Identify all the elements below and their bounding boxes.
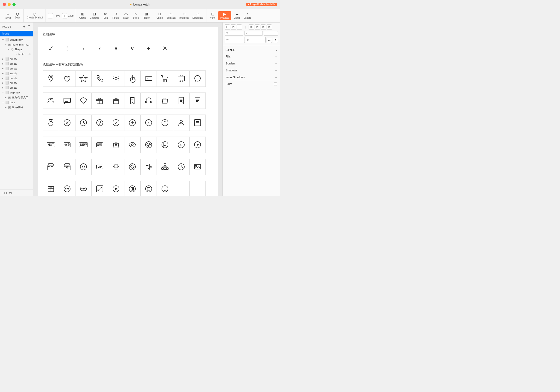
icon-gift-cn[interactable]: 礼 [43,181,59,196]
close-button[interactable] [3,3,6,6]
collapse-page-button[interactable]: ⌃ [28,24,31,29]
preview-button[interactable]: ▶ Preview [218,11,231,20]
blurs-toggle[interactable] [274,82,277,86]
icon-yen-circle[interactable]: ¥ [140,115,157,131]
layer-more-mini-apps[interactable]: ▼ ▣ more_mini_apps [0,42,33,47]
icon-chevron-right[interactable]: › [75,40,91,57]
resize-button[interactable]: ⊞ [260,24,266,30]
icon-cart-alt[interactable] [173,70,189,87]
edit-button[interactable]: ✏ Edit [101,11,110,20]
style-collapse-arrow[interactable]: ▾ [276,49,277,51]
icon-gift-alt[interactable] [108,92,124,109]
icon-users[interactable] [43,92,59,109]
union-button[interactable]: ⊔ Union [155,11,164,20]
align-center-h-button[interactable]: ⊟ [231,24,236,30]
icon-settings[interactable] [108,70,124,87]
icon-bookmark[interactable] [157,137,173,153]
w-field[interactable]: W [225,37,245,43]
icon-chevron-down[interactable]: ∨ [124,40,140,57]
icon-yen-tag[interactable]: ¥ [173,137,189,153]
icon-ticket[interactable] [140,70,157,87]
scale-button[interactable]: ⤡ Scale [131,11,140,20]
icon-exclamation-circle[interactable] [157,181,173,196]
icon-new[interactable]: NEW [75,137,91,153]
distribute-h-button[interactable]: ⊠ [249,24,254,30]
icon-chevron-up[interactable]: ∧ [108,40,124,57]
filter-bar[interactable]: ⊟ Filter [0,189,33,196]
icon-checkmark[interactable]: ✓ [43,40,59,57]
icon-receipt[interactable]: ¥ [173,92,189,109]
icon-play-circle[interactable] [108,181,124,196]
flip-h-button[interactable]: ⇔ [267,38,272,43]
icon-bag[interactable] [157,92,173,109]
export-button[interactable]: ↑ Export [242,11,252,20]
icon-diamond[interactable] [75,92,91,109]
icon-expand[interactable] [91,181,108,196]
icon-heart[interactable] [59,70,75,87]
icon-diamond-alt[interactable] [124,159,140,175]
cloud-button[interactable]: ☁ Cloud [232,11,241,20]
icon-store-heart[interactable] [59,159,75,175]
layer-bars[interactable]: ▼ ⬜ bars [0,100,33,105]
insert-button[interactable]: ＋ Insert [3,11,12,20]
ungroup-button[interactable]: ⊟ Ungroup [89,11,100,20]
subtract-button[interactable]: ⊖ Subtract [165,11,177,20]
icon-image[interactable] [189,159,206,175]
borders-row[interactable]: Borders + [226,60,277,67]
fills-add-icon[interactable]: + [275,55,277,59]
icon-medal[interactable] [43,115,59,131]
icon-clock-alt[interactable] [173,159,189,175]
zoom-out-button[interactable]: − [48,13,53,19]
icon-eye[interactable] [124,137,140,153]
icon-eye-alt[interactable] [140,137,157,153]
icon-pause-circle[interactable] [124,181,140,196]
icon-hot[interactable]: HOT [43,137,59,153]
icon-bookmark-alt[interactable] [124,92,140,109]
icon-receipt-yen[interactable] [189,92,206,109]
icon-location[interactable] [43,70,59,87]
icon-cart[interactable] [157,70,173,87]
layer-empty-3[interactable]: ▶ ⬜ empty [0,66,33,71]
add-page-button[interactable]: ＋ [22,24,26,29]
icon-store[interactable] [43,159,59,175]
page-icons[interactable]: icons [0,31,33,36]
layer-empty-2[interactable]: ▶ ⬜ empty [0,61,33,66]
layer-wap-nav[interactable]: ▼ ⬜ wap-nav [0,90,33,95]
icon-new-cn[interactable]: 新品 [91,137,108,153]
extra-field[interactable] [264,31,278,36]
maximize-button[interactable] [12,3,16,6]
icon-star[interactable] [75,70,91,87]
icon-fire[interactable] [124,70,140,87]
plugin-update-badge[interactable]: ● Plugin Update Available [246,3,277,6]
icon-volume[interactable] [140,159,157,175]
layer-empty-1[interactable]: ▶ ⬜ empty [0,57,33,61]
layer-empty-5[interactable]: ▶ ⬜ empty [0,76,33,80]
layer-yuanjiao-nav[interactable]: ▶ ▣ 圆角-导航入口 [0,95,33,100]
rotate-button[interactable]: ↺ Rotate [111,11,121,20]
icon-question-circle[interactable] [91,115,108,131]
group-button[interactable]: ⊞ Group [78,11,88,20]
layer-empty-7[interactable]: ▶ ⬜ empty [0,85,33,90]
icon-stop-circle[interactable] [140,181,157,196]
y-field[interactable]: Y [244,31,263,36]
icon-vip[interactable]: VIP [91,159,108,175]
icon-hierarchy[interactable] [157,159,173,175]
icon-ellipsis[interactable] [59,181,75,196]
shadows-add-icon[interactable]: + [275,69,277,72]
borders-add-icon[interactable]: + [275,62,277,65]
layer-empty-6[interactable]: ▶ ⬜ empty [0,80,33,85]
icon-message[interactable] [59,92,75,109]
fills-row[interactable]: Fills + [226,53,277,60]
resize-alt-button[interactable]: ⊞ [267,24,272,30]
flip-v-button[interactable]: ⇕ [273,38,278,43]
icon-trophy[interactable] [108,159,124,175]
icon-smile[interactable] [75,159,91,175]
icon-clock[interactable] [75,115,91,131]
layer-yuanjiao-cat[interactable]: ▶ ▣ 圆角-类目 [0,105,33,110]
flatten-button[interactable]: ⊞ Flatten [141,11,151,20]
icon-exclamation[interactable]: ! [59,40,75,57]
icon-plus-circle[interactable] [124,115,140,131]
align-right-button[interactable]: ⊣ [237,24,242,30]
intersect-button[interactable]: ⊓ Intersect [178,11,190,20]
h-field[interactable]: H [246,37,266,43]
